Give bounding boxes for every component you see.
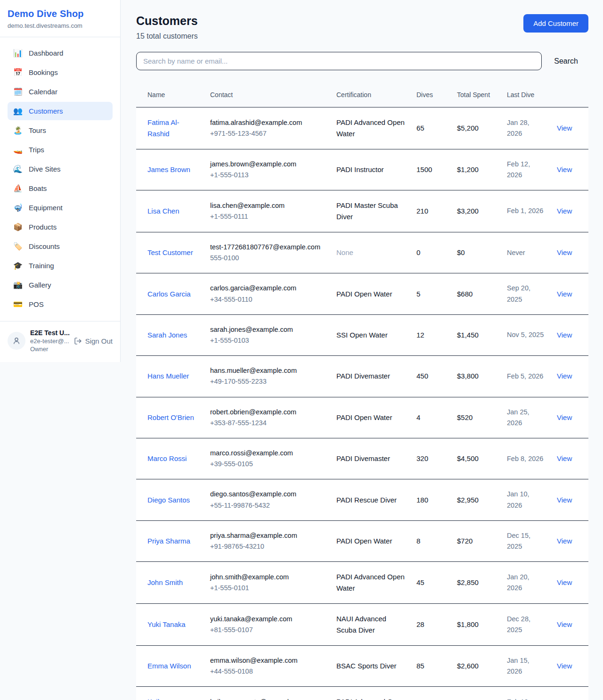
customer-name-link[interactable]: Robert O'Brien [147,412,194,423]
customer-name-link[interactable]: Test Customer [147,247,193,258]
user-email: e2e-tester@... [30,338,69,345]
main-content: Customers 15 total customers Add Custome… [121,0,603,700]
view-link[interactable]: View [557,165,572,173]
certification-cell: SSI Open Water [331,314,411,355]
sidebar-item-pos[interactable]: 💳POS [8,295,113,313]
customer-name-link[interactable]: Carlos Garcia [147,288,191,300]
customer-phone: +353-87-555-1234 [210,418,325,428]
dives-cell: 1500 [411,149,451,190]
last-dive-cell: Sep 20, 2025 [501,273,551,314]
table-row: Fatima Al-Rashidfatima.alrashid@example.… [136,107,588,149]
last-dive-cell: Feb 10, 2026 [501,687,551,700]
search-input[interactable] [136,52,542,70]
view-cell: View [551,356,588,397]
view-link[interactable]: View [557,248,572,256]
customer-name-link[interactable]: Marco Rossi [147,453,187,464]
dives-cell: 12 [411,314,451,355]
contact-cell: marco.rossi@example.com+39-555-0105 [204,438,331,479]
view-link[interactable]: View [557,290,572,298]
contact-cell: priya.sharma@example.com+91-98765-43210 [204,520,331,561]
sidebar-item-discounts[interactable]: 🏷️Discounts [8,237,113,255]
table-row: Carlos Garciacarlos.garcia@example.com+3… [136,273,588,314]
sidebar: Demo Dive Shop demo.test.divestreams.com… [0,0,121,362]
customer-name-link[interactable]: Hans Mueller [147,371,189,382]
sidebar-item-boats[interactable]: ⛵Boats [8,179,113,198]
total-spent-cell: $2,600 [451,646,501,687]
search-button[interactable]: Search [542,57,588,66]
customers-table: NameContactCertificationDivesTotal Spent… [136,82,588,700]
view-link[interactable]: View [557,578,572,586]
customer-name-link[interactable]: Keiko Yamamoto [147,696,199,700]
sidebar-item-equipment[interactable]: 🤿Equipment [8,198,113,217]
sidebar-item-calendar[interactable]: 🗓️Calendar [8,82,113,101]
customer-name-link[interactable]: James Brown [147,164,190,175]
customer-phone: 555-0100 [210,253,325,264]
view-link[interactable]: View [557,662,572,670]
table-row: Marco Rossimarco.rossi@example.com+39-55… [136,438,588,479]
sidebar-header: Demo Dive Shop demo.test.divestreams.com [0,0,120,37]
sidebar-item-products[interactable]: 📦Products [8,218,113,236]
customer-name-link[interactable]: Priya Sharma [147,535,190,547]
sidebar-item-label: Customers [29,107,63,115]
view-link[interactable]: View [557,413,572,421]
customer-email: lisa.chen@example.com [210,200,325,211]
certification-cell: PADI Advanced Open Water [331,687,411,700]
customer-phone: +34-555-0110 [210,294,325,305]
certification-cell: PADI Open Water [331,273,411,314]
dives-cell: 210 [411,190,451,232]
table-row: John Smithjohn.smith@example.com+1-555-0… [136,562,588,604]
customer-name-link[interactable]: Diego Santos [147,494,190,506]
view-link[interactable]: View [557,537,572,545]
name-cell: Marco Rossi [136,438,204,479]
sidebar-item-dashboard[interactable]: 📊Dashboard [8,44,113,62]
customer-name-link[interactable]: Fatima Al-Rashid [147,117,199,140]
sidebar-item-dive-sites[interactable]: 🌊Dive Sites [8,160,113,178]
customer-email: diego.santos@example.com [210,489,325,500]
customer-name-link[interactable]: John Smith [147,577,183,588]
avatar [8,332,25,350]
view-link[interactable]: View [557,620,572,628]
user-role: Owner [30,346,69,353]
name-cell: Lisa Chen [136,190,204,232]
customer-name-link[interactable]: Lisa Chen [147,206,179,217]
column-header: Certification [331,82,411,107]
view-link[interactable]: View [557,207,572,215]
table-row: Robert O'Brienrobert.obrien@example.com+… [136,397,588,438]
view-cell: View [551,646,588,687]
customer-name-link[interactable]: Emma Wilson [147,660,191,672]
sidebar-item-customers[interactable]: 👥Customers [8,102,113,120]
sidebar-item-label: Products [29,223,57,231]
sign-out-label: Sign Out [85,337,113,345]
sidebar-item-bookings[interactable]: 📅Bookings [8,63,113,82]
customer-name-link[interactable]: Sarah Jones [147,329,187,341]
sidebar-item-trips[interactable]: 🚤Trips [8,140,113,159]
customer-name-link[interactable]: Yuki Tanaka [147,619,186,630]
sidebar-item-tours[interactable]: 🏝️Tours [8,121,113,140]
sign-out-button[interactable]: Sign Out [74,337,113,345]
name-cell: Keiko Yamamoto [136,687,204,700]
total-spent-cell: $2,950 [451,479,501,520]
view-link[interactable]: View [557,331,572,339]
view-link[interactable]: View [557,372,572,380]
view-cell: View [551,273,588,314]
customer-phone: +44-555-0108 [210,666,325,677]
sidebar-item-training[interactable]: 🎓Training [8,256,113,275]
sidebar-item-label: Dashboard [29,49,63,57]
boats-icon: ⛵ [13,184,23,193]
certification-cell: PADI Open Water [331,520,411,561]
add-customer-button[interactable]: Add Customer [523,14,588,33]
last-dive-cell: Feb 12, 2026 [501,149,551,190]
view-link[interactable]: View [557,496,572,504]
customer-email: yuki.tanaka@example.com [210,614,325,625]
customer-email: james.brown@example.com [210,159,325,170]
trips-icon: 🚤 [13,145,23,154]
view-link[interactable]: View [557,124,572,132]
view-link[interactable]: View [557,454,572,462]
sidebar-item-gallery[interactable]: 📸Gallery [8,276,113,294]
sidebar-nav: 📊Dashboard📅Bookings🗓️Calendar👥Customers🏝… [0,37,120,321]
contact-cell: diego.santos@example.com+55-11-99876-543… [204,479,331,520]
last-dive-cell: Jan 20, 2026 [501,562,551,604]
name-cell: Fatima Al-Rashid [136,107,204,149]
table-header-row: NameContactCertificationDivesTotal Spent… [136,82,588,107]
certification-cell: PADI Divemaster [331,438,411,479]
